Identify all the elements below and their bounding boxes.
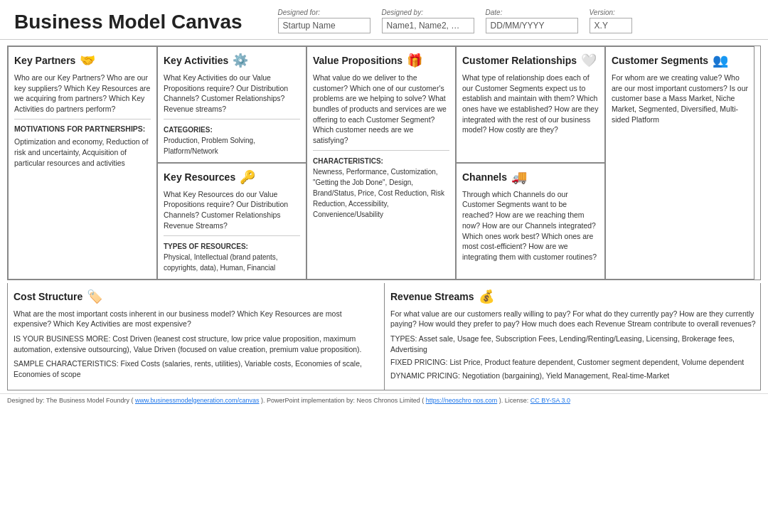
customer-relationships-body: What type of relationship does each of o… [462, 73, 599, 135]
revenue-streams-cell: Revenue Streams 💰 For what value are our… [385, 283, 762, 390]
key-resources-title: Key Resources [164, 171, 235, 183]
header-fields: Designed for: Designed by: Date: Version… [278, 9, 754, 33]
key-partners-body: Who are our Key Partners? Who are our ke… [14, 73, 151, 169]
channels-cell: Channels 🚚 Through which Channels do our… [456, 163, 605, 280]
revenue-streams-title: Revenue Streams [390, 291, 474, 302]
footer: Designed by: The Business Model Foundry … [0, 393, 768, 407]
key-resources-text1: What Key Resources do our Value Proposit… [164, 189, 300, 231]
value-props-header: Value Propositions 🎁 [313, 53, 449, 68]
key-resources-types-values: Physical, Intellectual (brand patents, c… [164, 253, 278, 272]
cost-structure-text2: IS YOUR BUSINESS MORE: Cost Driven (lean… [14, 334, 378, 354]
designed-by-field: Designed by: [382, 9, 474, 33]
footer-text3: ). License: [499, 397, 530, 404]
footer-text2: ). PowerPoint implementation by: Neos Ch… [261, 397, 424, 404]
customer-segments-title: Customer Segments [612, 55, 708, 66]
canvas-grid: Key Partners 🤝 Who are our Key Partners?… [7, 46, 761, 280]
key-activities-cat-values: Production, Problem Solving, Platform/Ne… [164, 137, 255, 155]
key-activities-cat-label: CATEGORIES: [164, 125, 300, 135]
customer-relationships-header: Customer Relationships 🤍 [462, 53, 599, 68]
cost-structure-body: What are the most important costs inhere… [14, 309, 378, 380]
key-partners-cell: Key Partners 🤝 Who are our Key Partners?… [8, 46, 157, 280]
channels-text1: Through which Channels do our Customer S… [462, 189, 599, 262]
footer-text: Designed by: The Business Model Foundry … [7, 397, 133, 404]
value-props-char-label: CHARACTERISTICS: [313, 156, 449, 166]
revenue-streams-icon: 💰 [479, 289, 494, 304]
channels-header: Channels 🚚 [462, 169, 599, 185]
customer-relationships-title: Customer Relationships [462, 55, 577, 66]
key-activities-text1: What Key Activities do our Value Proposi… [164, 73, 300, 115]
key-resources-body: What Key Resources do our Value Proposit… [164, 189, 300, 273]
revenue-streams-text1: For what value are our customers really … [390, 309, 756, 329]
date-field: Date: [486, 9, 578, 33]
key-partners-motivations-text: Optimization and economy, Reduction of r… [14, 137, 151, 168]
channels-title: Channels [462, 171, 507, 183]
cost-structure-icon: 🏷️ [87, 289, 102, 304]
value-props-char-values: Newness, Performance, Customization, "Ge… [313, 168, 444, 218]
designed-for-field: Designed for: [278, 9, 370, 33]
footer-link3[interactable]: CC BY-SA 3.0 [530, 397, 570, 404]
customer-segments-icon: 👥 [713, 53, 728, 68]
customer-segments-header: Customer Segments 👥 [612, 53, 748, 68]
value-props-cell: Value Propositions 🎁 What value do we de… [306, 46, 456, 280]
value-props-icon: 🎁 [407, 53, 422, 68]
customer-relationships-cell: Customer Relationships 🤍 What type of re… [456, 46, 605, 163]
key-partners-icon: 🤝 [80, 53, 95, 68]
key-resources-cell: Key Resources 🔑 What Key Resources do ou… [157, 163, 306, 280]
page: Business Model Canvas Designed for: Desi… [0, 0, 768, 532]
key-resources-header: Key Resources 🔑 [164, 169, 300, 185]
key-resources-types-label: TYPES OF RESOURCES: [164, 242, 300, 252]
cost-structure-text1: What are the most important costs inhere… [14, 309, 378, 329]
version-field: Version: [590, 9, 632, 33]
key-partners-header: Key Partners 🤝 [14, 53, 151, 68]
footer-link2[interactable]: https://neoschro nos.com [426, 397, 498, 404]
cost-structure-cell: Cost Structure 🏷️ What are the most impo… [8, 283, 385, 390]
key-partners-title: Key Partners [14, 55, 75, 66]
value-props-body: What value do we deliver to the customer… [313, 73, 449, 220]
version-label: Version: [590, 9, 632, 16]
customer-segments-body: For whom are we creating value? Who are … [612, 73, 748, 124]
customer-relationships-icon: 🤍 [581, 53, 597, 68]
key-activities-title: Key Activities [164, 55, 228, 66]
page-title: Business Model Canvas [14, 11, 242, 33]
cost-structure-title: Cost Structure [14, 291, 82, 302]
designed-by-input[interactable] [382, 18, 474, 33]
key-activities-cell: Key Activities ⚙️ What Key Activities do… [157, 46, 306, 163]
cost-structure-text3: SAMPLE CHARACTERISTICS: Fixed Costs (sal… [14, 358, 378, 379]
customer-segments-text1: For whom are we creating value? Who are … [612, 73, 748, 124]
designed-by-label: Designed by: [382, 9, 474, 16]
cost-structure-header: Cost Structure 🏷️ [14, 289, 378, 304]
value-props-title: Value Propositions [313, 55, 402, 66]
bottom-row: Cost Structure 🏷️ What are the most impo… [7, 283, 761, 390]
date-input[interactable] [486, 18, 578, 33]
footer-link1[interactable]: www.businessmodelgeneration.com/canvas [135, 397, 260, 404]
revenue-streams-body: For what value are our customers really … [390, 309, 756, 381]
revenue-streams-text2: TYPES: Asset sale, Usage fee, Subscripti… [390, 334, 756, 354]
channels-icon: 🚚 [511, 169, 527, 185]
customer-relationships-text1: What type of relationship does each of o… [462, 73, 599, 135]
value-props-text1: What value do we deliver to the customer… [313, 73, 449, 146]
key-activities-body: What Key Activities do our Value Proposi… [164, 73, 300, 156]
key-activities-icon: ⚙️ [233, 53, 248, 68]
key-partners-motivations-label: MOTIVATIONS FOR PARTNERSHIPS: [14, 124, 151, 134]
key-partners-text1: Who are our Key Partners? Who are our ke… [14, 73, 151, 115]
designed-for-input[interactable] [278, 18, 370, 33]
revenue-streams-text4: DYNAMIC PRICING: Negotiation (bargaining… [390, 371, 756, 381]
revenue-streams-header: Revenue Streams 💰 [390, 289, 756, 304]
key-resources-icon: 🔑 [240, 169, 255, 185]
version-input[interactable] [590, 18, 632, 33]
revenue-streams-text3: FIXED PRICING: List Price, Product featu… [390, 357, 756, 368]
customer-segments-cell: Customer Segments 👥 For whom are we crea… [605, 46, 754, 280]
key-activities-header: Key Activities ⚙️ [164, 53, 300, 68]
channels-body: Through which Channels do our Customer S… [462, 189, 599, 262]
designed-for-label: Designed for: [278, 9, 370, 16]
date-label: Date: [486, 9, 578, 16]
header: Business Model Canvas Designed for: Desi… [0, 0, 768, 40]
